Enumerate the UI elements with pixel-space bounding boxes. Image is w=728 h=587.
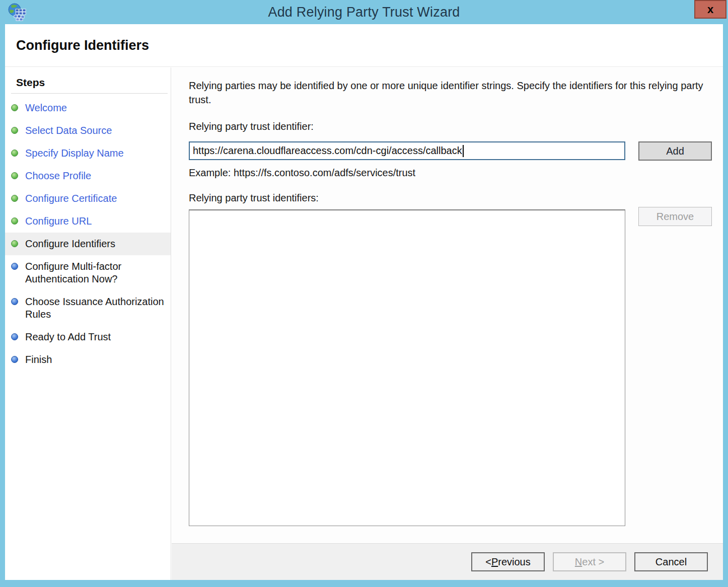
- step-item-ready-to-add-trust: Ready to Add Trust: [5, 326, 171, 348]
- content-body: Relying parties may be identified by one…: [172, 67, 723, 543]
- step-complete-bullet-icon: [11, 217, 18, 225]
- step-item-configure-url[interactable]: Configure URL: [5, 210, 171, 233]
- identifiers-list-label: Relying party trust identifiers:: [189, 192, 319, 204]
- step-label: Configure Identifiers: [25, 238, 115, 250]
- step-item-specify-display-name[interactable]: Specify Display Name: [5, 142, 171, 165]
- adfs-app-icon: [7, 3, 27, 23]
- text-caret: [463, 145, 464, 157]
- step-complete-bullet-icon: [11, 195, 18, 202]
- previous-button[interactable]: < Previous: [471, 552, 545, 571]
- wizard-window: Configure Identifiers Steps WelcomeSelec…: [5, 24, 723, 580]
- content-pane: Relying parties may be identified by one…: [172, 67, 723, 580]
- steps-divider: [11, 93, 168, 94]
- steps-heading: Steps: [16, 77, 171, 89]
- step-item-welcome[interactable]: Welcome: [5, 97, 171, 119]
- close-button[interactable]: x: [694, 0, 726, 19]
- step-label[interactable]: Configure Certificate: [25, 192, 117, 205]
- window-title: Add Relying Party Trust Wizard: [268, 5, 460, 20]
- step-item-configure-certificate[interactable]: Configure Certificate: [5, 187, 171, 210]
- identifier-field-label: Relying party trust identifier:: [189, 121, 314, 132]
- step-label[interactable]: Welcome: [25, 102, 67, 114]
- step-pending-bullet-icon: [11, 263, 18, 270]
- step-item-choose-issuance-authorization-rules: Choose Issuance Authorization Rules: [5, 290, 171, 326]
- step-label[interactable]: Choose Profile: [25, 170, 91, 182]
- footer-button-bar: < Previous Next > Cancel: [172, 543, 723, 580]
- page-description: Relying parties may be identified by one…: [189, 79, 704, 107]
- step-label: Choose Issuance Authorization Rules: [25, 296, 167, 321]
- step-label[interactable]: Specify Display Name: [25, 147, 124, 160]
- identifiers-listbox[interactable]: [189, 209, 625, 526]
- step-item-configure-multi-factor-authentication-now: Configure Multi-factor Authentication No…: [5, 255, 171, 290]
- step-item-finish: Finish: [5, 348, 171, 371]
- step-pending-bullet-icon: [11, 333, 18, 340]
- step-label[interactable]: Configure URL: [25, 215, 92, 228]
- next-button: Next >: [553, 552, 626, 571]
- cancel-button[interactable]: Cancel: [634, 552, 708, 571]
- step-item-configure-identifiers: Configure Identifiers: [5, 233, 171, 255]
- step-label: Finish: [25, 353, 52, 366]
- step-label: Configure Multi-factor Authentication No…: [25, 260, 167, 285]
- step-label: Ready to Add Trust: [25, 331, 111, 343]
- step-item-select-data-source[interactable]: Select Data Source: [5, 119, 171, 142]
- step-item-choose-profile[interactable]: Choose Profile: [5, 165, 171, 187]
- step-complete-bullet-icon: [11, 150, 18, 157]
- step-complete-bullet-icon: [11, 240, 18, 247]
- step-complete-bullet-icon: [11, 127, 18, 134]
- titlebar: Add Relying Party Trust Wizard x: [0, 0, 728, 24]
- example-text: Example: https://fs.contoso.com/adfs/ser…: [189, 167, 415, 179]
- steps-list: WelcomeSelect Data SourceSpecify Display…: [5, 97, 171, 371]
- page-title: Configure Identifiers: [16, 38, 149, 53]
- page-header: Configure Identifiers: [5, 24, 723, 67]
- identifier-input[interactable]: https://carena.cloudflareaccess.com/cdn-…: [189, 141, 625, 160]
- step-pending-bullet-icon: [11, 298, 18, 305]
- remove-button: Remove: [638, 207, 712, 226]
- add-button[interactable]: Add: [638, 141, 712, 161]
- step-complete-bullet-icon: [11, 104, 18, 111]
- step-complete-bullet-icon: [11, 172, 18, 179]
- step-label[interactable]: Select Data Source: [25, 124, 112, 137]
- step-pending-bullet-icon: [11, 356, 18, 363]
- steps-sidebar: Steps WelcomeSelect Data SourceSpecify D…: [5, 67, 171, 580]
- identifier-input-value: https://carena.cloudflareaccess.com/cdn-…: [193, 145, 462, 157]
- close-icon: x: [707, 3, 713, 16]
